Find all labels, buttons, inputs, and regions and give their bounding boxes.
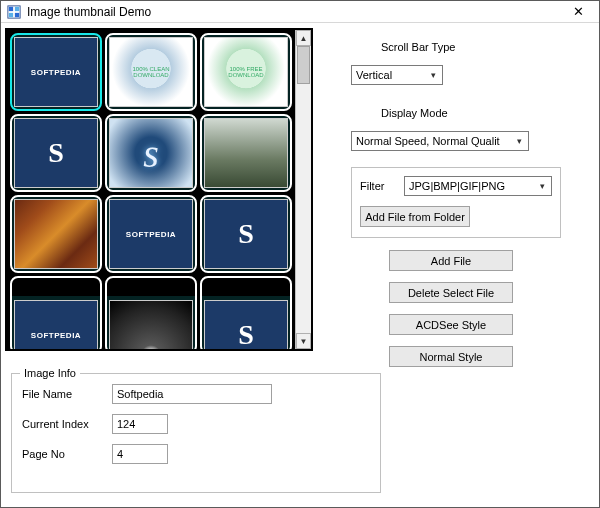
image-info-fieldset: Image Info File Name Softpedia Current I… [11, 373, 381, 493]
add-file-from-folder-button[interactable]: Add File from Folder [360, 206, 470, 227]
add-file-button[interactable]: Add File [389, 250, 513, 271]
svg-rect-4 [15, 12, 19, 16]
scroll-bar-type-select[interactable]: Vertical ▾ [351, 65, 443, 85]
scroll-up-icon[interactable]: ▲ [296, 30, 311, 46]
thumbnail-item[interactable]: SOFTPEDIA [105, 195, 197, 273]
scroll-bar-type-value: Vertical [356, 69, 426, 81]
thumbnail-item[interactable] [200, 114, 292, 192]
normal-style-button[interactable]: Normal Style [389, 346, 513, 367]
client-area: SOFTPEDIA 100% CLEANDOWNLOAD 100% FREEDO… [1, 23, 599, 507]
thumbnail-item[interactable] [105, 276, 197, 349]
thumbnail-item[interactable]: SOFTPEDIA [10, 33, 102, 111]
display-mode-select[interactable]: Normal Speed, Normal Qualit ▾ [351, 131, 529, 151]
current-index-label: Current Index [22, 418, 112, 430]
thumbnail-item[interactable] [10, 195, 102, 273]
current-index-input[interactable]: 124 [112, 414, 168, 434]
thumbnail-grid: SOFTPEDIA 100% CLEANDOWNLOAD 100% FREEDO… [7, 30, 295, 349]
delete-select-file-button[interactable]: Delete Select File [389, 282, 513, 303]
svg-rect-2 [15, 6, 19, 10]
page-no-input[interactable]: 4 [112, 444, 168, 464]
chevron-down-icon[interactable]: ▾ [426, 67, 440, 83]
image-info-legend: Image Info [20, 367, 80, 379]
thumbnail-panel: SOFTPEDIA 100% CLEANDOWNLOAD 100% FREEDO… [5, 28, 313, 351]
filter-label: Filter [360, 180, 404, 192]
thumbnail-item[interactable]: 100% CLEANDOWNLOAD [105, 33, 197, 111]
scrollbar-track[interactable] [296, 46, 311, 333]
window-title: Image thumbnail Demo [27, 5, 561, 19]
scroll-down-icon[interactable]: ▼ [296, 333, 311, 349]
thumbnail-item[interactable]: SOFTPEDIA [10, 276, 102, 349]
titlebar[interactable]: Image thumbnail Demo ✕ [1, 1, 599, 23]
controls-panel: Scroll Bar Type Vertical ▾ Display Mode … [351, 33, 587, 378]
app-icon [7, 5, 21, 19]
svg-rect-3 [9, 12, 13, 16]
chevron-down-icon[interactable]: ▾ [535, 178, 549, 194]
thumbnail-scrollbar[interactable]: ▲ ▼ [295, 30, 311, 349]
file-name-input[interactable]: Softpedia [112, 384, 272, 404]
display-mode-value: Normal Speed, Normal Qualit [356, 135, 512, 147]
acdsee-style-button[interactable]: ACDSee Style [389, 314, 513, 335]
filter-group: Filter JPG|BMP|GIF|PNG ▾ Add File from F… [351, 167, 561, 238]
chevron-down-icon[interactable]: ▾ [512, 133, 526, 149]
file-name-label: File Name [22, 388, 112, 400]
filter-value: JPG|BMP|GIF|PNG [409, 180, 535, 192]
filter-select[interactable]: JPG|BMP|GIF|PNG ▾ [404, 176, 552, 196]
thumbnail-item[interactable]: S [200, 276, 292, 349]
page-no-label: Page No [22, 448, 112, 460]
thumbnail-item[interactable]: s [105, 114, 197, 192]
window-frame: Image thumbnail Demo ✕ SOFTPEDIA 100% CL… [0, 0, 600, 508]
scrollbar-thumb[interactable] [297, 46, 310, 84]
display-mode-label: Display Mode [381, 107, 587, 119]
thumbnail-item[interactable]: 100% FREEDOWNLOAD [200, 33, 292, 111]
close-icon[interactable]: ✕ [561, 3, 595, 21]
thumbnail-item[interactable]: S [10, 114, 102, 192]
svg-rect-1 [9, 6, 13, 10]
thumbnail-item[interactable]: S [200, 195, 292, 273]
scroll-bar-type-label: Scroll Bar Type [381, 41, 587, 53]
